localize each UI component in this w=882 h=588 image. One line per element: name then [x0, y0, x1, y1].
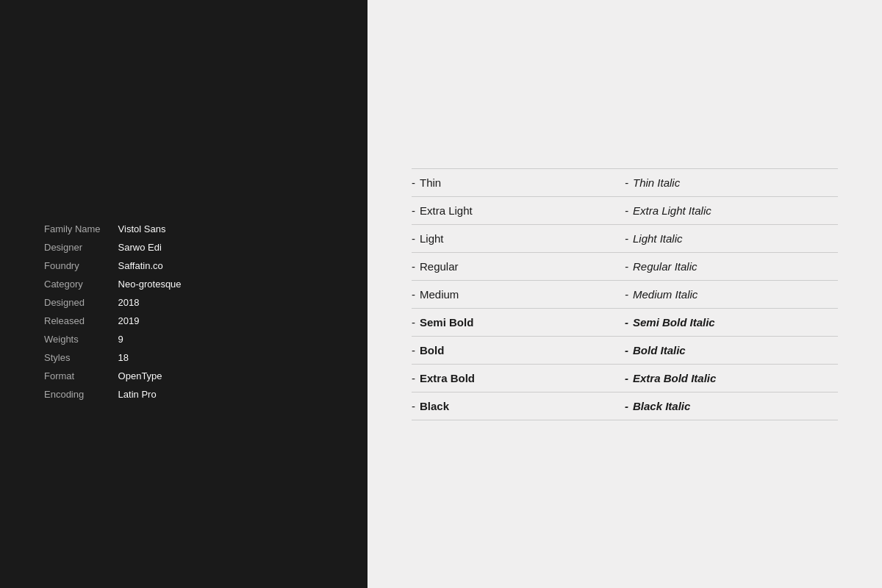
meta-value: Vistol Sans [118, 223, 323, 234]
right-panel: - Thin- Thin Italic- Extra Light- Extra … [368, 0, 882, 588]
meta-label: Weights [44, 334, 101, 345]
weight-italic: - Black Italic [625, 400, 838, 412]
weight-name: - Light [412, 232, 625, 245]
weight-row: - Bold- Bold Italic [412, 337, 838, 365]
weight-row: - Semi Bold- Semi Bold Italic [412, 309, 838, 337]
weight-name: - Regular [412, 260, 625, 273]
weight-name: - Thin [412, 176, 625, 189]
dash-icon: - [412, 400, 415, 412]
weight-row: - Regular- Regular Italic [412, 253, 838, 281]
dash-icon: - [412, 260, 415, 273]
meta-value: Saffatin.co [118, 260, 323, 271]
weight-italic: - Medium Italic [625, 288, 838, 301]
weight-name: - Extra Light [412, 204, 625, 217]
weight-italic: - Regular Italic [625, 260, 838, 273]
meta-value: 9 [118, 334, 323, 345]
dash-icon: - [625, 176, 628, 189]
weight-name: - Bold [412, 344, 625, 356]
dash-icon: - [412, 176, 415, 189]
dash-icon: - [412, 316, 415, 329]
weight-name: - Extra Bold [412, 372, 625, 384]
weight-row: - Medium- Medium Italic [412, 281, 838, 309]
weight-name: - Medium [412, 288, 625, 301]
weight-row: - Extra Bold- Extra Bold Italic [412, 365, 838, 392]
left-panel: Family NameVistol SansDesignerSarwo EdiF… [0, 0, 368, 588]
dash-icon: - [412, 372, 415, 384]
meta-label: Styles [44, 352, 101, 363]
weight-italic: - Thin Italic [625, 176, 838, 189]
weight-row: - Extra Light- Extra Light Italic [412, 197, 838, 225]
meta-label: Foundry [44, 260, 101, 271]
meta-label: Family Name [44, 223, 101, 234]
meta-value: 2019 [118, 315, 323, 326]
dash-icon: - [412, 232, 415, 245]
meta-value: Latin Pro [118, 389, 323, 400]
meta-label: Encoding [44, 389, 101, 400]
dash-icon: - [625, 400, 628, 412]
meta-value: OpenType [118, 370, 323, 381]
meta-table: Family NameVistol SansDesignerSarwo EdiF… [44, 223, 323, 400]
weight-italic: - Extra Light Italic [625, 204, 838, 217]
meta-value: Neo-grotesque [118, 279, 323, 290]
dash-icon: - [412, 344, 415, 356]
meta-label: Released [44, 315, 101, 326]
meta-value: 18 [118, 352, 323, 363]
weight-row: - Thin- Thin Italic [412, 168, 838, 197]
dash-icon: - [625, 260, 628, 273]
dash-icon: - [625, 232, 628, 245]
meta-value: 2018 [118, 297, 323, 308]
weight-italic: - Light Italic [625, 232, 838, 245]
dash-icon: - [625, 288, 628, 301]
weights-table: - Thin- Thin Italic- Extra Light- Extra … [412, 168, 838, 420]
dash-icon: - [412, 204, 415, 217]
weight-italic: - Bold Italic [625, 344, 838, 356]
weight-name: - Black [412, 400, 625, 412]
meta-value: Sarwo Edi [118, 242, 323, 253]
dash-icon: - [625, 372, 628, 384]
dash-icon: - [625, 344, 628, 356]
meta-label: Designer [44, 242, 101, 253]
dash-icon: - [412, 288, 415, 301]
weight-row: - Light- Light Italic [412, 225, 838, 253]
weight-italic: - Semi Bold Italic [625, 316, 838, 329]
meta-label: Designed [44, 297, 101, 308]
weight-italic: - Extra Bold Italic [625, 372, 838, 384]
meta-label: Category [44, 279, 101, 290]
weight-name: - Semi Bold [412, 316, 625, 329]
meta-label: Format [44, 370, 101, 381]
dash-icon: - [625, 204, 628, 217]
dash-icon: - [625, 316, 628, 329]
weight-row: - Black- Black Italic [412, 392, 838, 420]
